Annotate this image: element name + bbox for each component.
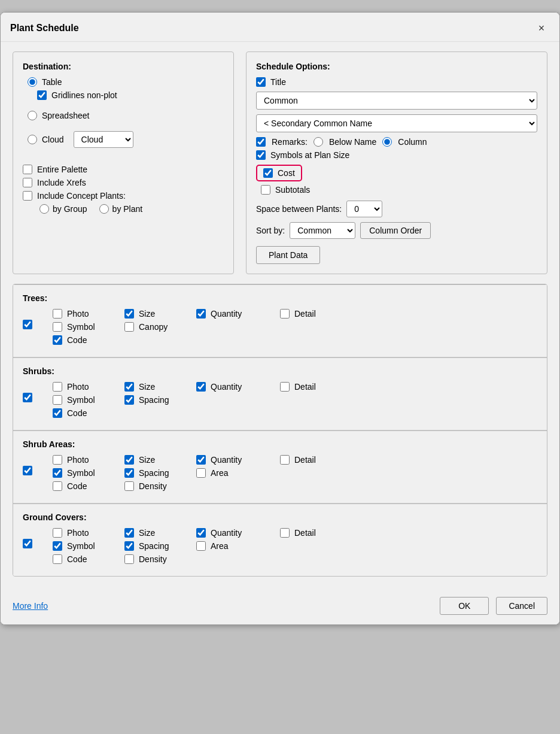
shrubs-size-checkbox[interactable] xyxy=(124,382,134,392)
shrub-areas-detail-item[interactable]: Detail xyxy=(280,455,340,465)
space-between-dropdown[interactable]: 0 1 2 3 xyxy=(346,201,382,217)
secondary-dropdown[interactable]: < Secondary Common Name None xyxy=(256,114,537,132)
trees-size-item[interactable]: Size xyxy=(124,309,196,319)
trees-photo-item[interactable]: Photo xyxy=(53,309,124,319)
shrub-areas-code-item[interactable]: Code xyxy=(53,481,124,491)
shrubs-symbol-item[interactable]: Symbol xyxy=(53,395,124,405)
subtotals-item[interactable]: Subtotals xyxy=(261,185,537,195)
shrubs-code-item[interactable]: Code xyxy=(53,408,124,418)
shrubs-spacing-item[interactable]: Spacing xyxy=(124,395,196,405)
title-checkbox[interactable] xyxy=(256,77,266,87)
by-plant-item[interactable]: by Plant xyxy=(99,204,143,214)
shrubs-size-item[interactable]: Size xyxy=(124,382,196,392)
entire-palette-checkbox[interactable] xyxy=(23,165,32,174)
ground-covers-code-item[interactable]: Code xyxy=(53,554,124,564)
symbols-checkbox[interactable] xyxy=(256,150,266,160)
trees-main-checkbox[interactable] xyxy=(23,320,32,329)
gc-size-checkbox[interactable] xyxy=(124,528,134,538)
gc-detail-item[interactable]: Detail xyxy=(280,528,340,538)
trees-canopy-checkbox[interactable] xyxy=(124,322,134,332)
entire-palette-item[interactable]: Entire Palette xyxy=(23,165,224,174)
trees-symbol-checkbox[interactable] xyxy=(53,322,62,332)
shrub-areas-area-item[interactable]: Area xyxy=(196,468,280,478)
shrub-areas-qty-checkbox[interactable] xyxy=(196,455,206,465)
column-order-button[interactable]: Column Order xyxy=(360,222,431,239)
shrub-areas-symbol-item[interactable]: Symbol xyxy=(53,468,124,478)
shrub-areas-density-checkbox[interactable] xyxy=(124,481,134,491)
sort-by-dropdown[interactable]: Common Botanical Code xyxy=(290,222,355,239)
trees-code-checkbox[interactable] xyxy=(53,335,62,345)
close-button[interactable]: × xyxy=(533,20,550,37)
gc-density-item[interactable]: Density xyxy=(124,554,196,564)
trees-code-item[interactable]: Code xyxy=(53,335,124,345)
shrub-areas-photo-checkbox[interactable] xyxy=(53,455,62,465)
cloud-dropdown[interactable]: Cloud xyxy=(74,131,133,148)
shrubs-photo-item[interactable]: Photo xyxy=(53,382,124,392)
cost-checkbox[interactable] xyxy=(263,168,273,178)
by-plant-radio[interactable] xyxy=(99,204,109,214)
trees-detail-checkbox[interactable] xyxy=(280,309,290,319)
gc-area-checkbox[interactable] xyxy=(196,541,206,551)
gc-size-item[interactable]: Size xyxy=(124,528,196,538)
trees-photo-checkbox[interactable] xyxy=(53,309,62,319)
trees-detail-item[interactable]: Detail xyxy=(280,309,340,319)
shrub-areas-qty-item[interactable]: Quantity xyxy=(196,455,280,465)
more-info-button[interactable]: More Info xyxy=(13,601,48,611)
cloud-radio[interactable] xyxy=(28,135,37,144)
shrub-areas-size-item[interactable]: Size xyxy=(124,455,196,465)
gc-detail-checkbox[interactable] xyxy=(280,528,290,538)
gc-code-checkbox[interactable] xyxy=(53,554,62,564)
shrubs-photo-checkbox[interactable] xyxy=(53,382,62,392)
column-radio[interactable] xyxy=(382,137,392,147)
shrubs-code-checkbox[interactable] xyxy=(53,408,62,418)
include-concept-checkbox[interactable] xyxy=(23,191,32,201)
shrubs-detail-item[interactable]: Detail xyxy=(280,382,340,392)
trees-qty-checkbox[interactable] xyxy=(196,309,206,319)
trees-size-checkbox[interactable] xyxy=(124,309,134,319)
shrubs-spacing-checkbox[interactable] xyxy=(124,395,134,405)
shrubs-main-checkbox[interactable] xyxy=(23,393,32,402)
shrub-areas-spacing-checkbox[interactable] xyxy=(124,468,134,478)
ok-button[interactable]: OK xyxy=(440,597,489,615)
symbols-item[interactable]: Symbols at Plan Size xyxy=(256,150,537,160)
spreadsheet-radio-item[interactable]: Spreadsheet xyxy=(28,111,224,120)
cancel-button[interactable]: Cancel xyxy=(496,597,547,615)
shrubs-detail-checkbox[interactable] xyxy=(280,382,290,392)
gc-symbol-checkbox[interactable] xyxy=(53,541,62,551)
shrub-areas-main-checkbox[interactable] xyxy=(23,466,32,475)
shrub-areas-code-checkbox[interactable] xyxy=(53,481,62,491)
ground-covers-main-checkbox[interactable] xyxy=(23,539,32,548)
common-dropdown[interactable]: Common Botanical Common + Botanical xyxy=(256,92,537,110)
shrubs-qty-item[interactable]: Quantity xyxy=(196,382,280,392)
spreadsheet-radio[interactable] xyxy=(28,111,37,120)
below-name-radio[interactable] xyxy=(314,137,323,147)
include-xrefs-checkbox[interactable] xyxy=(23,178,32,187)
plant-data-button[interactable]: Plant Data xyxy=(256,246,320,264)
by-group-item[interactable]: by Group xyxy=(39,204,87,214)
gc-spacing-checkbox[interactable] xyxy=(124,541,134,551)
by-group-radio[interactable] xyxy=(39,204,49,214)
shrub-areas-area-checkbox[interactable] xyxy=(196,468,206,478)
table-radio[interactable] xyxy=(28,77,37,87)
gc-qty-checkbox[interactable] xyxy=(196,528,206,538)
shrub-areas-density-item[interactable]: Density xyxy=(124,481,196,491)
gridlines-checkbox[interactable] xyxy=(37,90,47,100)
include-xrefs-item[interactable]: Include Xrefs xyxy=(23,178,224,187)
gc-qty-item[interactable]: Quantity xyxy=(196,528,280,538)
gc-photo-checkbox[interactable] xyxy=(53,528,62,538)
remarks-checkbox[interactable] xyxy=(256,137,266,147)
trees-symbol-item[interactable]: Symbol xyxy=(53,322,124,332)
shrubs-qty-checkbox[interactable] xyxy=(196,382,206,392)
gridlines-item[interactable]: Gridlines non-plot xyxy=(37,90,224,100)
gc-spacing-item[interactable]: Spacing xyxy=(124,541,196,551)
shrub-areas-symbol-checkbox[interactable] xyxy=(53,468,62,478)
shrub-areas-photo-item[interactable]: Photo xyxy=(53,455,124,465)
table-radio-item[interactable]: Table xyxy=(28,77,224,87)
ground-covers-symbol-item[interactable]: Symbol xyxy=(53,541,124,551)
trees-qty-item[interactable]: Quantity xyxy=(196,309,280,319)
trees-canopy-item[interactable]: Canopy xyxy=(124,322,196,332)
shrub-areas-size-checkbox[interactable] xyxy=(124,455,134,465)
shrub-areas-detail-checkbox[interactable] xyxy=(280,455,290,465)
gc-density-checkbox[interactable] xyxy=(124,554,134,564)
shrub-areas-spacing-item[interactable]: Spacing xyxy=(124,468,196,478)
